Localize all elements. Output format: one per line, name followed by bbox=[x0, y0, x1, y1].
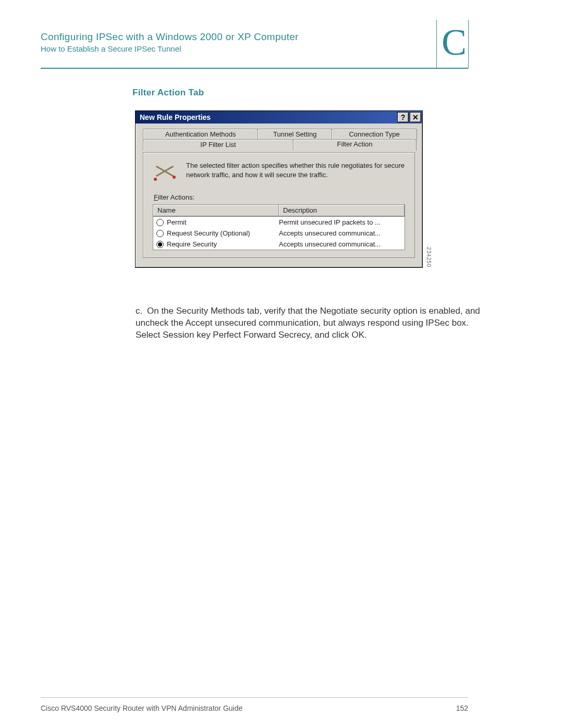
item-description: Accepts unsecured communicat... bbox=[279, 229, 401, 237]
footer-rule bbox=[41, 697, 468, 698]
appendix-letter: C bbox=[442, 21, 467, 64]
column-description[interactable]: Description bbox=[279, 205, 405, 216]
step-paragraph: c.On the Security Methods tab, verify th… bbox=[136, 305, 495, 341]
list-item[interactable]: Permit Permit unsecured IP packets to ..… bbox=[153, 217, 405, 228]
list-item[interactable]: Require Security Accepts unsecured commu… bbox=[153, 239, 405, 250]
tab-ip-filter-list[interactable]: IP Filter List bbox=[143, 139, 293, 151]
section-heading: Filter Action Tab bbox=[132, 88, 204, 98]
item-name: Permit bbox=[167, 218, 187, 226]
radio-icon bbox=[156, 219, 164, 226]
step-marker: c. bbox=[136, 305, 147, 317]
figure-id-label: 234250 bbox=[426, 247, 432, 267]
document-page: Configuring IPSec with a Windows 2000 or… bbox=[0, 0, 563, 728]
chapter-title: Configuring IPSec with a Windows 2000 or… bbox=[41, 31, 299, 43]
step-text: On the Security Methods tab, verify that… bbox=[136, 306, 480, 340]
filter-action-icon bbox=[153, 161, 177, 182]
listview-header: Name Description bbox=[153, 205, 405, 217]
item-description: Accepts unsecured communicat... bbox=[279, 240, 401, 248]
list-item[interactable]: Request Security (Optional) Accepts unse… bbox=[153, 228, 405, 239]
dialog-titlebar: New Rule Properties ? ✕ bbox=[136, 111, 422, 124]
item-name: Require Security bbox=[167, 240, 217, 248]
chapter-subtitle: How to Establish a Secure IPSec Tunnel bbox=[41, 44, 181, 53]
dialog-body: Authentication Methods Tunnel Setting Co… bbox=[136, 124, 422, 267]
help-button[interactable]: ? bbox=[397, 112, 409, 122]
tab-tunnel-setting[interactable]: Tunnel Setting bbox=[258, 129, 332, 140]
tab-connection-type[interactable]: Connection Type bbox=[332, 129, 417, 140]
tab-authentication-methods[interactable]: Authentication Methods bbox=[143, 129, 258, 140]
item-name: Request Security (Optional) bbox=[167, 229, 250, 237]
radio-icon bbox=[156, 230, 164, 237]
filter-actions-label: Filter Actions: bbox=[154, 193, 404, 201]
close-button[interactable]: ✕ bbox=[410, 112, 421, 122]
filter-actions-listview[interactable]: Name Description Permit Permit unsecured… bbox=[153, 204, 405, 250]
footer-guide-title: Cisco RVS4000 Security Router with VPN A… bbox=[41, 704, 242, 712]
radio-icon-selected bbox=[156, 241, 164, 248]
tab-pane-filter-action: The selected filter action specifies whe… bbox=[143, 152, 415, 258]
filter-action-description: The selected filter action specifies whe… bbox=[186, 161, 405, 179]
new-rule-properties-dialog: 234250 New Rule Properties ? ✕ Authentic… bbox=[135, 110, 423, 268]
item-description: Permit unsecured IP packets to ... bbox=[279, 218, 401, 226]
column-name[interactable]: Name bbox=[153, 205, 279, 216]
dialog-title: New Rule Properties bbox=[140, 113, 211, 121]
header-rule bbox=[41, 68, 468, 69]
page-number: 152 bbox=[456, 704, 468, 712]
tab-strip: Authentication Methods Tunnel Setting Co… bbox=[143, 129, 415, 153]
tab-filter-action[interactable]: Filter Action bbox=[293, 139, 417, 151]
